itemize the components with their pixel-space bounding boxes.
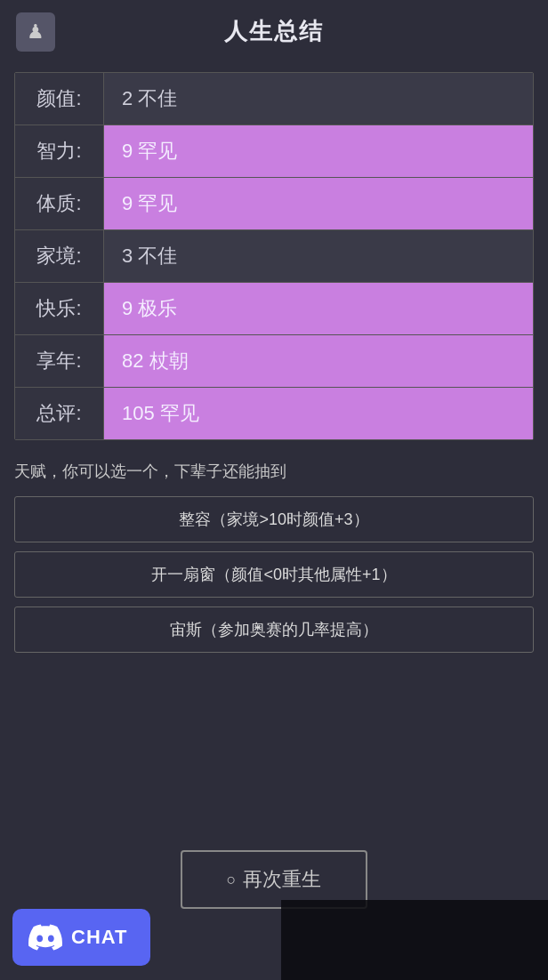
stat-value: 105 罕见 bbox=[104, 388, 533, 439]
stat-row: 智力:9 罕见 bbox=[15, 125, 533, 178]
stat-value: 9 罕见 bbox=[104, 178, 533, 229]
stat-value: 9 罕见 bbox=[104, 125, 533, 177]
stats-table: 颜值:2 不佳智力:9 罕见体质:9 罕见家境:3 不佳快乐:9 极乐享年:82… bbox=[14, 72, 534, 440]
stat-value: 2 不佳 bbox=[104, 73, 533, 125]
stat-value: 3 不佳 bbox=[104, 230, 533, 282]
stat-row: 享年:82 杖朝 bbox=[15, 335, 533, 388]
restart-label: 再次重生 bbox=[243, 866, 321, 893]
talent-option[interactable]: 整容（家境>10时颜值+3） bbox=[14, 496, 534, 542]
stat-label: 智力: bbox=[15, 125, 104, 177]
header: ♟ 人生总结 bbox=[0, 0, 548, 63]
stat-label: 体质: bbox=[15, 178, 104, 229]
stat-label: 快乐: bbox=[15, 283, 104, 334]
talent-intro: 天赋，你可以选一个，下辈子还能抽到 bbox=[14, 460, 534, 484]
stat-value: 82 杖朝 bbox=[104, 335, 533, 387]
talent-option[interactable]: 开一扇窗（颜值<0时其他属性+1） bbox=[14, 551, 534, 598]
stat-row: 总评:105 罕见 bbox=[15, 388, 533, 439]
stat-label: 颜值: bbox=[15, 73, 104, 125]
restart-icon: ○ bbox=[227, 871, 237, 889]
stat-label: 享年: bbox=[15, 335, 104, 387]
stat-row: 体质:9 罕见 bbox=[15, 178, 533, 230]
stat-value: 9 极乐 bbox=[104, 283, 533, 334]
stat-row: 快乐:9 极乐 bbox=[15, 283, 533, 335]
stat-row: 颜值:2 不佳 bbox=[15, 73, 533, 125]
discord-label: CHAT bbox=[71, 926, 127, 949]
discord-chat-button[interactable]: CHAT bbox=[12, 909, 150, 966]
discord-icon bbox=[28, 920, 62, 954]
page-title: 人生总结 bbox=[224, 16, 324, 47]
talent-option[interactable]: 宙斯（参加奥赛的几率提高） bbox=[14, 606, 534, 653]
dark-overlay bbox=[281, 900, 548, 980]
talent-section: 天赋，你可以选一个，下辈子还能抽到 整容（家境>10时颜值+3）开一扇窗（颜值<… bbox=[14, 460, 534, 653]
logo-icon: ♟ bbox=[16, 12, 55, 52]
stat-row: 家境:3 不佳 bbox=[15, 230, 533, 283]
stat-label: 家境: bbox=[15, 230, 104, 282]
stat-label: 总评: bbox=[15, 388, 104, 439]
